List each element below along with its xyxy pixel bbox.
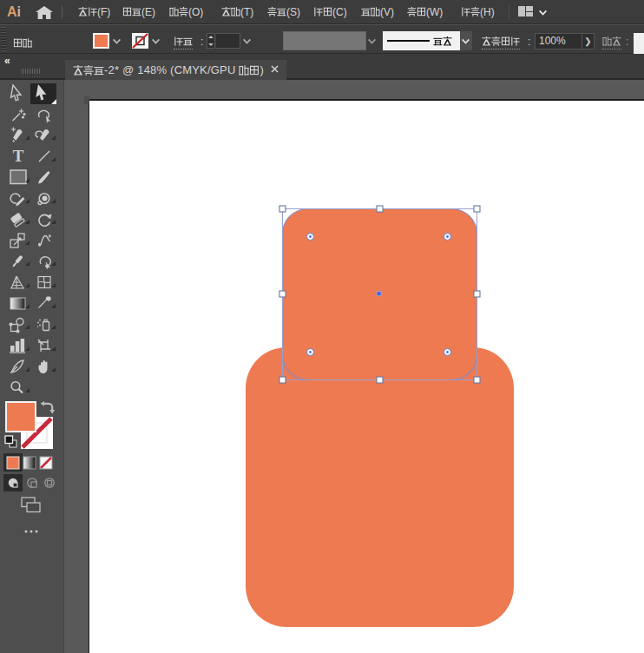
svg-text:T: T — [13, 147, 24, 165]
